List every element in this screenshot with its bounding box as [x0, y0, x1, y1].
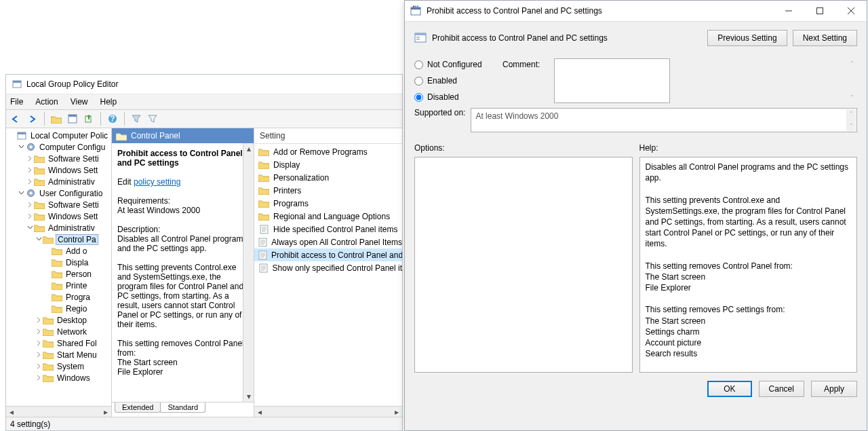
tree-item[interactable]: Software Setti [9, 199, 111, 210]
scroll-up-icon[interactable]: ˄ [846, 109, 856, 119]
scroll-right-icon[interactable]: ▸ [391, 407, 402, 417]
minimize-button[interactable] [773, 1, 804, 22]
apply-button[interactable]: Apply [811, 381, 857, 397]
tree-caret-icon[interactable] [18, 190, 25, 196]
tree-caret-icon[interactable] [26, 179, 34, 185]
setting-doc-icon [258, 263, 269, 273]
menu-view[interactable]: View [71, 97, 88, 107]
tree-caret-icon[interactable] [35, 329, 43, 335]
description-vertical-scrollbar[interactable]: ▴ ▾ [243, 143, 254, 402]
cancel-button[interactable]: Cancel [759, 381, 804, 397]
tree-item[interactable]: User Configuratio [9, 187, 111, 199]
tree-item[interactable]: Local Computer Polic [9, 130, 111, 141]
dialog-titlebar[interactable]: Prohibit access to Control Panel and PC … [405, 1, 867, 22]
tree-caret-icon[interactable] [26, 202, 34, 208]
policy-icon [16, 131, 27, 140]
list-horizontal-scrollbar[interactable]: ◂ ▸ [254, 406, 402, 417]
list-item[interactable]: Personalization [254, 171, 402, 184]
list-item[interactable]: Printers [254, 184, 402, 197]
list-item-label: Hide specified Control Panel items [273, 225, 397, 234]
tree-item[interactable]: Desktop [9, 314, 111, 326]
list-item[interactable]: Always open All Control Panel Items [254, 236, 402, 248]
tree-item[interactable]: Start Menu [9, 349, 111, 360]
tree-caret-icon[interactable] [35, 340, 43, 346]
tree-item[interactable]: Add o [9, 245, 111, 257]
tree-caret-icon[interactable] [35, 236, 43, 242]
menu-help[interactable]: Help [100, 97, 117, 107]
gpe-title: Local Group Policy Editor [26, 79, 118, 89]
tree-item[interactable]: Computer Configu [9, 141, 111, 153]
filter-options-icon[interactable] [145, 111, 160, 126]
radio-disabled[interactable]: Disabled [414, 92, 502, 102]
tree-item[interactable]: Displa [9, 257, 111, 268]
tree-item[interactable]: Control Pa [9, 233, 111, 245]
list-item[interactable]: Prohibit access to Control Panel and [254, 248, 402, 261]
filter-off-icon[interactable] [129, 111, 144, 126]
help-label: Help: [639, 143, 858, 153]
tree-item[interactable]: Windows [9, 372, 111, 383]
scroll-down-icon[interactable]: ˅ [847, 93, 856, 102]
tree-item[interactable]: Progra [9, 291, 111, 303]
tree-item-label: Administrativ [47, 177, 96, 187]
list-item[interactable]: Programs [254, 197, 402, 210]
arrow-left-icon[interactable] [9, 111, 24, 126]
tree-item[interactable]: Administrativ [9, 222, 111, 233]
maximize-button[interactable] [804, 1, 835, 22]
tree-caret-icon[interactable] [18, 144, 25, 150]
list-item[interactable]: Regional and Language Options [254, 210, 402, 223]
tree-caret-icon[interactable] [26, 167, 34, 173]
arrow-right-icon[interactable] [25, 111, 40, 126]
previous-setting-button[interactable]: Previous Setting [707, 30, 787, 46]
gpe-status-bar: 4 setting(s) [6, 417, 402, 430]
list-column-header[interactable]: Setting [254, 128, 402, 144]
tab-standard[interactable]: Standard [160, 402, 205, 413]
close-button[interactable] [835, 1, 867, 22]
tab-extended[interactable]: Extended [115, 402, 161, 413]
tree-caret-icon[interactable] [35, 352, 43, 358]
folder-up-icon[interactable] [49, 111, 64, 126]
export-icon[interactable] [81, 111, 96, 126]
tree-item[interactable]: Software Setti [9, 153, 111, 164]
menu-file[interactable]: File [10, 97, 23, 107]
scroll-left-icon[interactable]: ◂ [254, 407, 265, 417]
gpe-titlebar[interactable]: Local Group Policy Editor [6, 75, 402, 94]
edit-policy-link[interactable]: policy setting [134, 177, 180, 187]
tree-caret-icon[interactable] [35, 363, 43, 369]
tree-horizontal-scrollbar[interactable]: ◂ ▸ [6, 406, 111, 417]
menu-action[interactable]: Action [35, 97, 58, 107]
help-icon[interactable]: ? [105, 111, 120, 126]
scroll-up-icon[interactable]: ▴ [243, 143, 254, 154]
scroll-right-icon[interactable]: ▸ [100, 407, 111, 417]
radio-not-configured[interactable]: Not Configured [414, 60, 502, 69]
tree-item[interactable]: Windows Sett [9, 164, 111, 176]
list-item[interactable]: Hide specified Control Panel items [254, 223, 402, 236]
tree-item[interactable]: System [9, 360, 111, 372]
tree-caret-icon[interactable] [26, 213, 34, 219]
tree-item[interactable]: Network [9, 326, 111, 337]
ok-button[interactable]: OK [707, 381, 751, 397]
scroll-down-icon[interactable]: ˅ [846, 121, 856, 131]
tree-item[interactable]: Administrativ [9, 176, 111, 187]
list-item[interactable]: Display [254, 158, 402, 171]
radio-enabled[interactable]: Enabled [414, 76, 502, 86]
tree-caret-icon[interactable] [35, 375, 43, 381]
tree-item[interactable]: Windows Sett [9, 210, 111, 222]
tree-item[interactable]: Shared Fol [9, 337, 111, 349]
scroll-up-icon[interactable]: ˄ [847, 59, 856, 69]
tree-item[interactable]: Printe [9, 280, 111, 291]
setting-doc-icon [258, 238, 267, 247]
properties-icon[interactable] [65, 111, 80, 126]
tree-item[interactable]: Regio [9, 303, 111, 314]
scroll-down-icon[interactable]: ▾ [243, 391, 254, 402]
tree-caret-icon[interactable] [26, 155, 34, 162]
gpe-tree[interactable]: Local Computer PolicComputer ConfiguSoft… [6, 128, 112, 417]
comment-textarea[interactable] [554, 58, 670, 103]
tree-caret-icon[interactable] [35, 317, 43, 323]
list-item[interactable]: Add or Remove Programs [254, 145, 402, 158]
list-item[interactable]: Show only specified Control Panel it [254, 261, 402, 274]
tree-caret-icon[interactable] [26, 225, 34, 231]
next-setting-button[interactable]: Next Setting [793, 30, 857, 46]
scroll-left-icon[interactable]: ◂ [6, 407, 17, 417]
tree-item-label: System [56, 362, 85, 371]
tree-item[interactable]: Person [9, 268, 111, 280]
